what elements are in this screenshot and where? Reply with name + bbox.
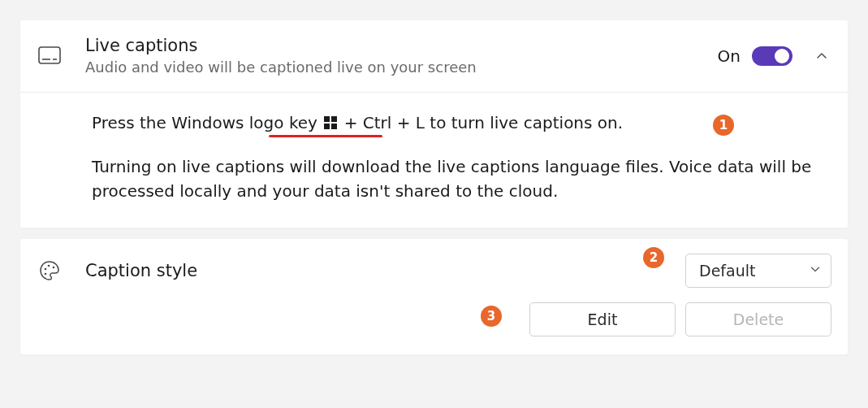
caption-style-selected: Default [699, 262, 755, 280]
annotation-badge-3: 3 [481, 306, 502, 327]
svg-point-3 [45, 267, 47, 270]
svg-point-6 [45, 272, 47, 275]
live-captions-body: Press the Windows logo key + Ctrl + L to… [20, 93, 848, 228]
svg-point-4 [48, 264, 50, 267]
live-captions-subtitle: Audio and video will be captioned live o… [85, 58, 718, 76]
caption-style-label: Caption style [85, 261, 197, 280]
toggle-state-label: On [718, 46, 741, 66]
annotation-underline [269, 135, 382, 137]
live-captions-note: Turning on live captions will download t… [92, 154, 825, 203]
live-captions-title: Live captions [85, 35, 718, 56]
caption-style-select[interactable]: Default [685, 254, 831, 288]
settings-section: 1 Live captions Audio and video will be … [0, 0, 868, 384]
svg-point-5 [53, 266, 55, 268]
annotation-badge-2: 2 [643, 247, 664, 268]
delete-button: Delete [685, 302, 831, 336]
windows-logo-icon [324, 116, 337, 129]
live-captions-toggle[interactable] [752, 46, 792, 66]
shortcut-instruction: Press the Windows logo key + Ctrl + L to… [92, 111, 623, 135]
help-prefix: Press the Windows logo key [92, 113, 322, 132]
live-captions-header[interactable]: Live captions Audio and video will be ca… [20, 20, 848, 92]
caption-style-card: 2 3 Caption style Default Edi [19, 238, 849, 355]
help-suffix: to turn live captions on. [430, 113, 623, 132]
edit-button[interactable]: Edit [529, 302, 676, 336]
palette-icon [37, 259, 85, 282]
svg-rect-0 [39, 47, 60, 63]
chevron-up-icon[interactable] [812, 46, 831, 66]
live-captions-card: 1 Live captions Audio and video will be … [19, 20, 849, 228]
captions-icon [37, 46, 85, 66]
annotation-badge-1: 1 [713, 115, 734, 136]
chevron-down-icon [810, 263, 821, 278]
help-shortcut: + Ctrl + L [344, 113, 425, 132]
